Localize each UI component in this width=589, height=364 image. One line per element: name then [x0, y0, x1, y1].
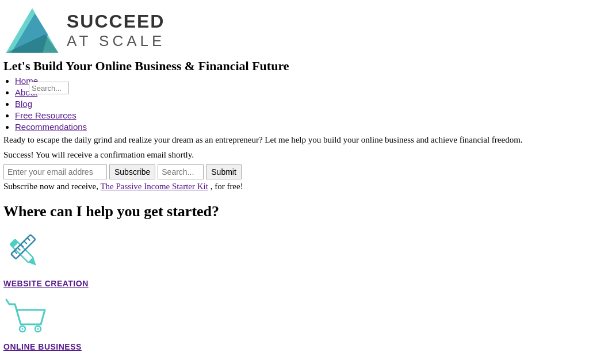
- success-message: Success! You will receive a confirmation…: [0, 150, 589, 160]
- logo-text: SUCCEED AT SCALE: [67, 11, 165, 50]
- header: SUCCEED AT SCALE: [0, 0, 589, 59]
- subscribe-button[interactable]: Subscribe: [109, 164, 155, 179]
- submit-button[interactable]: Submit: [206, 164, 242, 179]
- shopping-cart-icon: [3, 293, 49, 339]
- nav-item-about[interactable]: About: [15, 87, 589, 98]
- online-business-link[interactable]: ONLINE BUSINESS: [3, 342, 589, 351]
- logo-container: [3, 5, 61, 56]
- category-online-business: ONLINE BUSINESS: [0, 293, 589, 351]
- svg-point-16: [37, 328, 39, 329]
- svg-line-8: [24, 241, 27, 244]
- passive-income-link[interactable]: The Passive Income Starter Kit: [100, 182, 208, 191]
- passive-income-prefix: Subscribe now and receive,: [3, 182, 98, 191]
- nav-link-free-resources[interactable]: Free Resources: [15, 110, 77, 120]
- nav-item-recommendations[interactable]: Recommendations: [15, 122, 589, 132]
- nav-link-blog[interactable]: Blog: [15, 99, 32, 109]
- svg-line-12: [6, 300, 9, 304]
- logo-succeed-text: SUCCEED: [67, 11, 165, 32]
- subscribe-form: Subscribe Submit: [0, 164, 589, 179]
- search-form: [29, 82, 69, 94]
- nav-search-area: Home About Blog Free Resources Recommend…: [0, 76, 589, 132]
- main-nav: Home About Blog Free Resources Recommend…: [3, 76, 589, 132]
- nav-item-home[interactable]: Home: [15, 76, 589, 86]
- pencil-ruler-icon: [3, 229, 49, 275]
- help-heading: Where can I help you get started?: [0, 203, 589, 220]
- svg-line-10: [17, 247, 20, 250]
- svg-marker-4: [29, 258, 39, 268]
- description-text: Ready to escape the daily grind and real…: [0, 133, 589, 147]
- svg-point-15: [22, 328, 24, 329]
- passive-income-suffix: , for free!: [211, 182, 243, 191]
- svg-line-7: [27, 237, 30, 240]
- page-tagline: Let's Build Your Online Business & Finan…: [0, 59, 589, 74]
- nav-item-free-resources[interactable]: Free Resources: [15, 110, 589, 121]
- nav-link-recommendations[interactable]: Recommendations: [15, 122, 87, 132]
- logo-at-scale-text: AT SCALE: [67, 32, 165, 50]
- nav-item-blog[interactable]: Blog: [15, 99, 589, 109]
- website-creation-link[interactable]: WEBSITE CREATION: [3, 279, 589, 288]
- passive-income-line: Subscribe now and receive, The Passive I…: [0, 182, 589, 191]
- search-input[interactable]: [29, 82, 69, 94]
- email-input[interactable]: [3, 164, 107, 179]
- search-box-secondary[interactable]: [158, 164, 204, 179]
- logo-mountain-icon: [3, 5, 61, 56]
- category-website-creation: WEBSITE CREATION: [0, 229, 589, 288]
